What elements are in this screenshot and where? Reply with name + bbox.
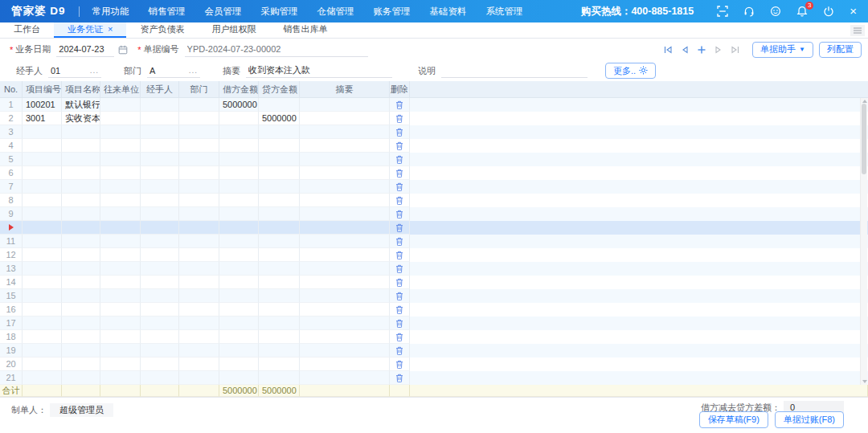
cell-name[interactable] [62, 248, 100, 262]
cell-dept[interactable] [179, 125, 219, 139]
cell-handler[interactable] [141, 276, 179, 289]
cell-unit[interactable] [100, 153, 141, 166]
cell-summary[interactable] [300, 153, 390, 166]
cell-credit[interactable] [259, 139, 300, 153]
cell-credit[interactable] [259, 371, 300, 385]
cell-credit[interactable] [259, 344, 300, 357]
trash-icon[interactable] [390, 344, 410, 357]
save-draft-button[interactable]: 保存草稿(F9) [699, 411, 768, 428]
vertical-scrollbar[interactable] [860, 98, 867, 385]
bell-icon[interactable]: 3 [796, 6, 808, 17]
docno-input[interactable]: YPD-2024-07-23-00002 [185, 43, 368, 57]
cell-credit[interactable] [259, 221, 300, 235]
row-number[interactable]: 19 [0, 344, 23, 357]
cell-code[interactable]: 100201 [23, 98, 62, 112]
cell-handler[interactable] [141, 371, 179, 385]
cell-code[interactable] [23, 371, 62, 385]
cell-dept[interactable] [179, 221, 219, 235]
cell-handler[interactable] [141, 180, 179, 194]
cell-handler[interactable] [141, 112, 179, 125]
cell-name[interactable] [62, 139, 100, 153]
lookup-icon[interactable]: ... [189, 66, 198, 75]
cell-code[interactable] [23, 289, 62, 303]
cell-name[interactable] [62, 153, 100, 166]
cell-summary[interactable] [300, 235, 390, 248]
headset-icon[interactable] [743, 6, 755, 17]
cell-name[interactable] [62, 344, 100, 357]
cell-dept[interactable] [179, 194, 219, 207]
cell-name[interactable] [62, 180, 100, 194]
cell-unit[interactable] [100, 371, 141, 385]
column-config-button[interactable]: 列配置 [819, 42, 862, 58]
scrollbar-thumb[interactable] [862, 104, 866, 174]
trash-icon[interactable] [390, 262, 410, 276]
cell-unit[interactable] [100, 289, 141, 303]
row-number[interactable]: 8 [0, 194, 23, 207]
prev-record-icon[interactable] [680, 45, 690, 55]
cell-debit[interactable] [219, 317, 259, 330]
cell-debit[interactable] [219, 221, 259, 235]
cell-debit[interactable] [219, 303, 259, 317]
cell-code[interactable] [23, 235, 62, 248]
menu-item-0[interactable]: 常用功能 [92, 6, 129, 18]
cell-unit[interactable] [100, 248, 141, 262]
cell-credit[interactable] [259, 303, 300, 317]
cell-code[interactable] [23, 153, 62, 166]
cell-summary[interactable] [300, 207, 390, 221]
cell-code[interactable] [23, 330, 62, 344]
cell-code[interactable] [23, 276, 62, 289]
cell-code[interactable] [23, 180, 62, 194]
cell-dept[interactable] [179, 289, 219, 303]
cell-credit[interactable] [259, 207, 300, 221]
cell-debit[interactable] [219, 289, 259, 303]
cell-name[interactable] [62, 276, 100, 289]
cell-credit[interactable]: 5000000 [259, 112, 300, 125]
fullscreen-icon[interactable] [717, 6, 728, 17]
cell-unit[interactable] [100, 112, 141, 125]
cell-credit[interactable] [259, 276, 300, 289]
cell-credit[interactable] [259, 166, 300, 180]
cell-dept[interactable] [179, 276, 219, 289]
cell-dept[interactable] [179, 248, 219, 262]
cell-handler[interactable] [141, 330, 179, 344]
cell-name[interactable]: 实收资本 [62, 112, 100, 125]
row-number[interactable]: 20 [0, 357, 23, 371]
cell-name[interactable] [62, 262, 100, 276]
cell-handler[interactable] [141, 303, 179, 317]
trash-icon[interactable] [390, 330, 410, 344]
row-number[interactable]: 12 [0, 248, 23, 262]
trash-icon[interactable] [390, 248, 410, 262]
cell-dept[interactable] [179, 330, 219, 344]
row-number[interactable]: 21 [0, 371, 23, 385]
cell-summary[interactable] [300, 317, 390, 330]
cell-unit[interactable] [100, 330, 141, 344]
cell-name[interactable] [62, 194, 100, 207]
trash-icon[interactable] [390, 98, 410, 112]
row-number[interactable]: 14 [0, 276, 23, 289]
row-number[interactable]: 11 [0, 235, 23, 248]
handler-input[interactable]: 01 ... [48, 63, 101, 78]
service-icon[interactable] [770, 6, 781, 17]
trash-icon[interactable] [390, 276, 410, 289]
trash-icon[interactable] [390, 207, 410, 221]
cell-dept[interactable] [179, 317, 219, 330]
row-number[interactable]: 2 [0, 112, 23, 125]
cell-debit[interactable]: 5000000 [219, 98, 259, 112]
trash-icon[interactable] [390, 194, 410, 207]
trash-icon[interactable] [390, 289, 410, 303]
cell-dept[interactable] [179, 207, 219, 221]
cell-unit[interactable] [100, 180, 141, 194]
row-number[interactable]: 15 [0, 289, 23, 303]
cell-handler[interactable] [141, 262, 179, 276]
cell-unit[interactable] [100, 139, 141, 153]
cell-code[interactable] [23, 139, 62, 153]
cell-dept[interactable] [179, 262, 219, 276]
cell-name[interactable] [62, 357, 100, 371]
cell-debit[interactable] [219, 235, 259, 248]
gear-icon[interactable] [639, 66, 648, 76]
cell-name[interactable] [62, 317, 100, 330]
cell-name[interactable] [62, 330, 100, 344]
trash-icon[interactable] [390, 317, 410, 330]
cell-summary[interactable] [300, 112, 390, 125]
cell-credit[interactable] [259, 125, 300, 139]
